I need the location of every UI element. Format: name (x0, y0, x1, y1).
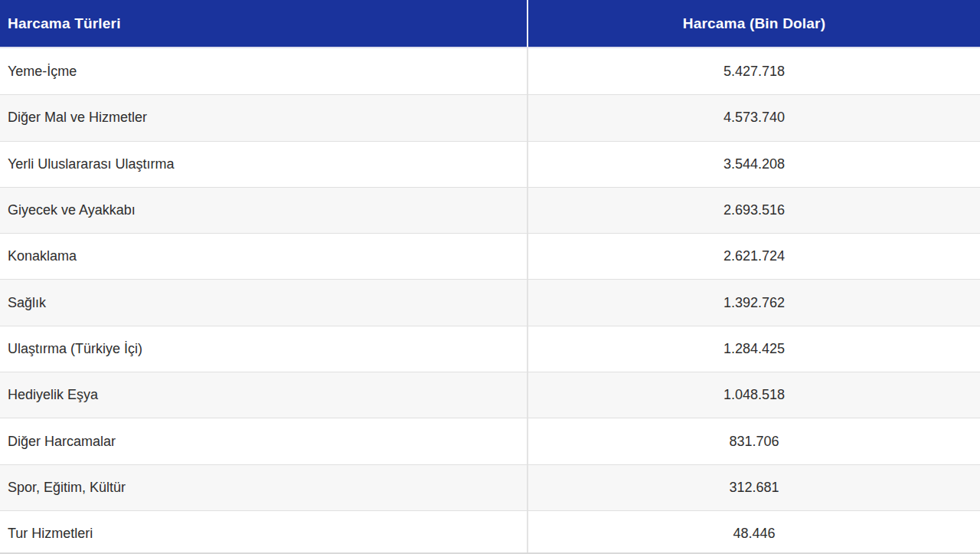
expense-amount-cell: 312.681 (528, 465, 980, 510)
table-row: Konaklama 2.621.724 (0, 233, 980, 279)
expense-amount-cell: 3.544.208 (528, 142, 980, 187)
table-row: Diğer Harcamalar 831.706 (0, 418, 980, 464)
expense-amount-cell: 2.621.724 (528, 234, 980, 279)
table-row: Ulaştırma (Türkiye İçi) 1.284.425 (0, 326, 980, 372)
expense-amount-cell: 1.284.425 (528, 326, 980, 372)
table-row: Spor, Eğitim, Kültür 312.681 (0, 464, 980, 510)
expense-type-cell: Giyecek ve Ayakkabı (0, 188, 528, 233)
expense-type-cell: Diğer Mal ve Hizmetler (0, 95, 528, 140)
table-row: Giyecek ve Ayakkabı 2.693.516 (0, 187, 980, 233)
expense-type-cell: Ulaştırma (Türkiye İçi) (0, 326, 528, 372)
table-row: Sağlık 1.392.762 (0, 279, 980, 325)
expense-type-cell: Diğer Harcamalar (0, 418, 528, 464)
column-header-expense-amount: Harcama (Bin Dolar) (528, 0, 980, 47)
expense-type-cell: Tur Hizmetleri (0, 511, 528, 554)
expense-type-cell: Spor, Eğitim, Kültür (0, 465, 528, 510)
table-row: Hediyelik Eşya 1.048.518 (0, 372, 980, 418)
expense-type-cell: Sağlık (0, 280, 528, 325)
expense-amount-cell: 1.392.762 (528, 280, 980, 325)
expense-amount-cell: 831.706 (528, 418, 980, 464)
table-row: Yeme-İçme 5.427.718 (0, 48, 980, 94)
expense-amount-cell: 4.573.740 (528, 95, 980, 140)
expense-type-cell: Konaklama (0, 234, 528, 279)
expense-amount-cell: 2.693.516 (528, 188, 980, 233)
table-row: Tur Hizmetleri 48.446 (0, 510, 980, 554)
table-row: Diğer Mal ve Hizmetler 4.573.740 (0, 94, 980, 140)
column-header-expense-type: Harcama Türleri (0, 0, 528, 47)
expense-type-cell: Yerli Uluslararası Ulaştırma (0, 142, 528, 187)
expense-amount-cell: 48.446 (528, 511, 980, 554)
expense-type-cell: Yeme-İçme (0, 48, 528, 94)
table-body: Yeme-İçme 5.427.718 Diğer Mal ve Hizmetl… (0, 48, 980, 554)
expense-table: Harcama Türleri Harcama (Bin Dolar) Yeme… (0, 0, 980, 554)
table-row: Yerli Uluslararası Ulaştırma 3.544.208 (0, 141, 980, 187)
expense-amount-cell: 5.427.718 (528, 48, 980, 94)
expense-type-cell: Hediyelik Eşya (0, 372, 528, 418)
table-header-row: Harcama Türleri Harcama (Bin Dolar) (0, 0, 980, 48)
expense-amount-cell: 1.048.518 (528, 372, 980, 418)
